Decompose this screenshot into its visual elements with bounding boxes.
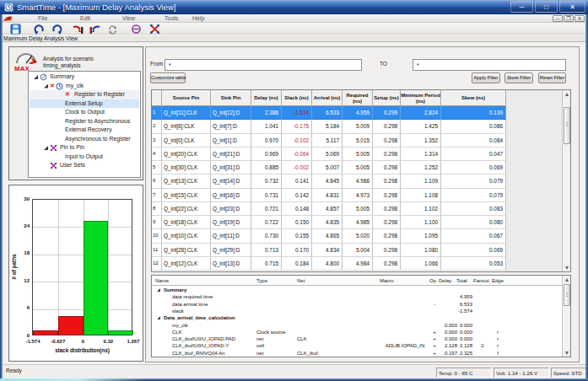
to-input[interactable] — [413, 59, 566, 71]
mdi-minimize-button[interactable]: ─ — [553, 15, 563, 22]
details-row[interactable]: data arrival time-6.533 — [152, 301, 564, 308]
expander-icon[interactable] — [34, 75, 38, 79]
column-header[interactable]: Source Pin — [162, 90, 211, 106]
details-column-header: Net — [297, 276, 348, 286]
table-row[interactable]: 4Q_int[20]:CLKQ_int[21]:D0.969-0.0645.06… — [152, 148, 506, 161]
column-header[interactable]: Skew (ns) — [441, 90, 506, 106]
minimize-button[interactable]: ─ — [510, 1, 533, 13]
menu-tools[interactable]: Tools — [165, 14, 178, 23]
column-header[interactable]: Sink Pin — [211, 90, 251, 106]
table-row[interactable]: 8Q_int[22]:CLKQ_int[23]:D0.7210.1484.857… — [152, 202, 506, 216]
undo-icon[interactable] — [34, 24, 45, 35]
mdi-close-button[interactable]: ✕ — [575, 15, 585, 22]
expander-icon[interactable] — [157, 288, 160, 292]
max-delay-analysis-icon[interactable] — [73, 24, 84, 35]
paths-table: Source PinSink PinDelay (ns)Slack (ns)Ar… — [151, 89, 571, 272]
scroll-up-arrow[interactable] — [563, 90, 570, 98]
tree-item-external-recovery[interactable]: External Recovery — [30, 126, 139, 135]
save-icon[interactable] — [10, 24, 21, 35]
domain-tree: Summary✕my_clk✕Register to RegisterExter… — [28, 71, 141, 178]
min-delay-analysis-icon[interactable] — [89, 24, 100, 35]
table-row[interactable]: 10Q_int[10]:CLKQ_int[11]:D0.7300.1554.86… — [152, 229, 506, 243]
details-row[interactable]: Summary — [152, 287, 564, 293]
tree-item-pin-to-pin[interactable]: Pin to Pin — [30, 143, 139, 153]
table-cell: 0.722 — [251, 216, 282, 229]
scroll-thumb[interactable] — [564, 107, 570, 144]
menu-view[interactable]: View — [122, 14, 135, 23]
table-cell: 4.973 — [343, 189, 373, 202]
column-header[interactable]: Required (ns) — [343, 90, 373, 106]
expander-icon[interactable] — [44, 146, 48, 150]
tree-item-summary[interactable]: Summary — [30, 72, 139, 82]
expander-icon[interactable] — [157, 316, 160, 319]
details-row[interactable]: data required time4.959 — [152, 293, 564, 300]
details-scrollbar[interactable] — [562, 276, 570, 357]
apply-filter-button[interactable]: Apply Filter — [472, 72, 500, 83]
recalculate-icon[interactable] — [107, 24, 118, 35]
customize-table-button[interactable]: Customize table — [150, 72, 186, 83]
table-row[interactable]: 5Q_int[30]:CLKQ_int[31]:D0.885-0.0025.00… — [152, 161, 506, 174]
table-row[interactable]: 2Q_int[6]:CLKQ_int[7]:D1.041-0.1755.1845… — [152, 120, 506, 133]
tree-item-user-sets[interactable]: User Sets — [30, 161, 139, 170]
from-input[interactable] — [165, 59, 362, 71]
table-row[interactable]: 11Q_int[28]:CLKQ_int[29]:D0.7130.1704.83… — [152, 244, 506, 257]
table-cell: Q_int[13]:D — [211, 257, 251, 271]
column-header[interactable]: Delay (ns) — [251, 90, 282, 106]
table-cell: 4 — [152, 148, 162, 161]
table-row[interactable]: 12Q_int[12]:CLKQ_int[13]:D0.7150.1844.80… — [152, 257, 506, 271]
table-cell: 0.298 — [373, 161, 401, 174]
store-filter-button[interactable]: Store Filter — [504, 72, 533, 83]
table-cell: 2.824 — [401, 106, 441, 120]
column-header[interactable]: Slack (ns) — [282, 90, 312, 106]
mdi-restore-button[interactable]: ❐ — [564, 15, 574, 22]
tree-item-clock-to-output[interactable]: Clock to Output — [30, 108, 139, 117]
tree-item-register-to-register[interactable]: ✕Register to Register — [30, 90, 139, 99]
details-row[interactable]: CLK_ibuf/U0/U_IOPAD:PADnetCLK+0.0000.000… — [152, 335, 564, 342]
tree-item-asynchronous-to-register[interactable]: Asynchronous to Register — [30, 135, 139, 144]
table-cell: 0.298 — [373, 244, 401, 257]
table-cell: 0.184 — [282, 257, 312, 271]
table-row[interactable]: 9Q_int[18]:CLKQ_int[19]:D0.7220.1504.835… — [152, 216, 506, 229]
table-cell: 0.069 — [441, 244, 506, 257]
details-row[interactable]: CLKClock source+0.0000.000r — [152, 329, 564, 335]
details-cell: - — [429, 301, 440, 308]
scroll-down-arrow[interactable] — [563, 264, 570, 271]
tree-item-external-setup[interactable]: External Setup — [30, 99, 139, 109]
table-row[interactable]: 1Q_int[11]:CLKQ_int[12]:D2.386-1.5746.53… — [152, 106, 506, 120]
table-row[interactable]: 3Q_int[0]:CLKQ_int[1]:D0.970-0.1025.1175… — [152, 134, 506, 148]
close-button[interactable]: ✕ — [559, 1, 585, 13]
menu-file[interactable]: File — [38, 14, 47, 23]
table-cell: 6.533 — [312, 106, 343, 120]
menu-help[interactable]: Help — [192, 14, 204, 23]
column-header[interactable]: Setup (ns) — [373, 90, 401, 106]
menu-edit[interactable]: Edit — [80, 14, 90, 23]
tree-item-input-to-output[interactable]: Input to Output — [30, 153, 139, 162]
scroll-up-arrow[interactable] — [563, 276, 570, 283]
tree-item-my-clk[interactable]: ✕my_clk — [30, 82, 139, 91]
constraints-icon[interactable] — [131, 24, 142, 35]
scroll-thumb[interactable] — [564, 284, 570, 306]
column-header[interactable]: Minimum Period (ns) — [401, 90, 441, 106]
table-scrollbar[interactable] — [562, 90, 570, 271]
gridline — [33, 227, 132, 228]
table-row[interactable]: 7Q_int[15]:CLKQ_int[16]:D0.7310.1424.831… — [152, 189, 506, 202]
details-row[interactable]: slack-1.574 — [152, 308, 564, 314]
table-cell: 5.020 — [343, 229, 373, 243]
reset-filter-button[interactable]: Reset Filter — [538, 72, 566, 83]
paths-icon[interactable] — [149, 24, 160, 35]
details-row[interactable]: CLK_ibuf_RNIVQ04:AnnetCLK_ibuf+0.1972.32… — [152, 350, 564, 357]
details-row[interactable]: my_clk0.0000.000 — [152, 322, 564, 329]
column-header[interactable] — [152, 90, 162, 106]
maximize-button[interactable]: □ — [535, 1, 558, 13]
scroll-down-arrow[interactable] — [563, 349, 570, 357]
column-header[interactable]: Arrival (ns) — [312, 90, 343, 106]
title-bar[interactable]: SmartTime - [Maximum Delay Analysis View… — [0, 0, 588, 14]
details-row[interactable]: Data_arrival_time_calculation — [152, 314, 564, 321]
details-row[interactable]: CLK_ibuf/U0/U_IOPAD:YcellADLIB:IOPAD_IN+… — [152, 342, 564, 349]
gridline — [33, 282, 132, 282]
redo-icon[interactable] — [51, 24, 62, 35]
mdi-child-icon — [3, 15, 13, 22]
table-row[interactable]: 6Q_int[13]:CLKQ_int[14]:D0.7320.1414.845… — [152, 174, 506, 188]
tree-item-register-to-asynchronous[interactable]: Register to Asynchronous — [30, 117, 139, 126]
expander-icon[interactable] — [44, 84, 48, 89]
